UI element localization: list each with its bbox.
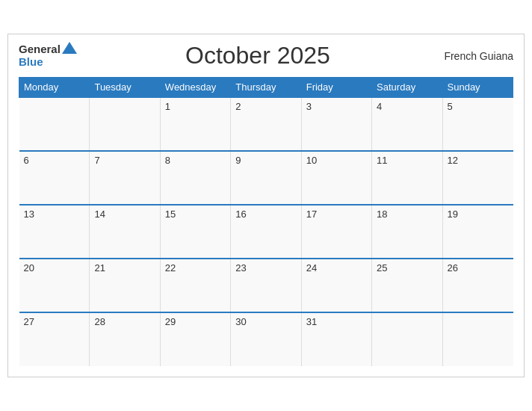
calendar-cell: 8 — [160, 151, 230, 205]
calendar-cell: 19 — [442, 205, 513, 259]
day-number: 8 — [165, 155, 170, 166]
calendar-cell: 4 — [372, 97, 442, 151]
day-number: 16 — [235, 208, 246, 220]
calendar-cell: 7 — [90, 151, 160, 205]
calendar-header-row: MondayTuesdayWednesdayThursdayFridaySatu… — [19, 78, 513, 98]
day-number: 28 — [94, 316, 105, 327]
day-number: 21 — [94, 262, 105, 274]
day-number: 6 — [24, 155, 29, 166]
calendar-cell: 29 — [160, 312, 230, 366]
day-number: 22 — [165, 262, 176, 274]
day-number: 19 — [448, 208, 458, 220]
calendar-cell: 25 — [372, 259, 442, 312]
col-header-wednesday: Wednesday — [160, 78, 230, 98]
day-number: 13 — [24, 208, 34, 220]
calendar-cell: 3 — [301, 97, 371, 151]
calendar-cell: 14 — [90, 205, 160, 259]
day-number: 20 — [24, 262, 34, 274]
calendar-week-row: 6789101112 — [19, 151, 513, 205]
calendar-cell: 26 — [442, 259, 513, 312]
region-label: French Guiana — [439, 50, 513, 62]
calendar-cell: 9 — [231, 151, 301, 205]
day-number: 23 — [235, 262, 246, 274]
day-number: 12 — [448, 155, 458, 166]
calendar-cell: 18 — [372, 205, 442, 259]
calendar-cell: 2 — [231, 97, 301, 151]
calendar-cell: 30 — [231, 312, 301, 366]
logo-blue-text: Blue — [19, 56, 77, 69]
calendar-cell: 16 — [231, 205, 301, 259]
calendar-cell: 1 — [160, 97, 230, 151]
calendar-week-row: 12345 — [19, 97, 513, 151]
calendar-week-row: 20212223242526 — [19, 259, 513, 312]
calendar-cell — [442, 312, 513, 366]
calendar-cell: 31 — [301, 312, 371, 366]
day-number: 15 — [165, 208, 176, 220]
calendar-cell: 6 — [19, 151, 90, 205]
day-number: 4 — [377, 101, 382, 112]
logo: General Blue — [19, 43, 77, 68]
calendar-table: MondayTuesdayWednesdayThursdayFridaySatu… — [19, 77, 513, 366]
day-number: 3 — [306, 101, 312, 112]
calendar-cell: 12 — [442, 151, 513, 205]
col-header-tuesday: Tuesday — [90, 78, 160, 98]
day-number: 27 — [24, 316, 34, 327]
day-number: 18 — [377, 208, 387, 220]
logo-flag-icon — [62, 42, 77, 54]
calendar-cell: 5 — [442, 97, 513, 151]
calendar-cell: 13 — [19, 205, 90, 259]
day-number: 14 — [94, 208, 105, 220]
col-header-saturday: Saturday — [372, 78, 442, 98]
calendar-cell — [372, 312, 442, 366]
day-number: 10 — [306, 155, 317, 166]
calendar-cell — [19, 97, 90, 151]
col-header-sunday: Sunday — [442, 78, 513, 98]
calendar-cell: 17 — [301, 205, 371, 259]
day-number: 17 — [306, 208, 317, 220]
logo-general-text: General — [19, 43, 61, 56]
calendar-cell: 24 — [301, 259, 371, 312]
day-number: 24 — [306, 262, 317, 274]
day-number: 9 — [235, 155, 241, 166]
day-number: 26 — [448, 262, 458, 274]
day-number: 29 — [165, 316, 176, 327]
calendar-cell — [90, 97, 160, 151]
calendar-cell: 11 — [372, 151, 442, 205]
day-number: 2 — [235, 101, 241, 112]
day-number: 25 — [377, 262, 387, 274]
calendar-cell: 27 — [19, 312, 90, 366]
calendar-cell: 10 — [301, 151, 371, 205]
col-header-thursday: Thursday — [231, 78, 301, 98]
calendar-cell: 22 — [160, 259, 230, 312]
day-number: 11 — [377, 155, 387, 166]
col-header-monday: Monday — [19, 78, 90, 98]
calendar-week-row: 13141516171819 — [19, 205, 513, 259]
calendar-wrapper: General Blue October 2025 French Guiana … — [7, 34, 525, 377]
day-number: 31 — [306, 316, 317, 327]
day-number: 1 — [165, 101, 170, 112]
calendar-cell: 20 — [19, 259, 90, 312]
day-number: 5 — [448, 101, 453, 112]
calendar-week-row: 2728293031 — [19, 312, 513, 366]
calendar-cell: 15 — [160, 205, 230, 259]
calendar-header: General Blue October 2025 French Guiana — [19, 42, 513, 69]
col-header-friday: Friday — [301, 78, 371, 98]
day-number: 30 — [235, 316, 246, 327]
day-number: 7 — [94, 155, 99, 166]
calendar-cell: 21 — [90, 259, 160, 312]
calendar-cell: 28 — [90, 312, 160, 366]
calendar-cell: 23 — [231, 259, 301, 312]
month-title: October 2025 — [77, 42, 439, 69]
